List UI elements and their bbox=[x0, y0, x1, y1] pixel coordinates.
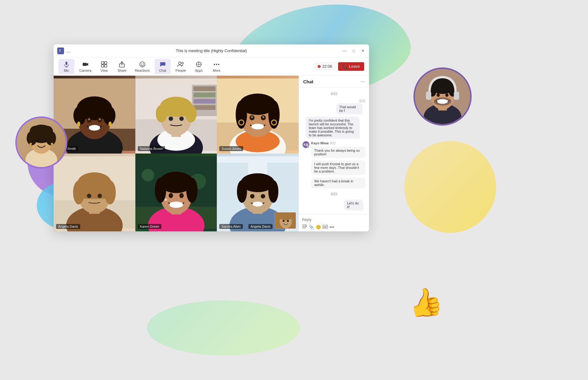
minimize-button[interactable]: — bbox=[342, 48, 347, 53]
kayo-status bbox=[307, 146, 309, 148]
toolbar-share[interactable]: Share bbox=[114, 59, 130, 74]
chat-format-icon[interactable] bbox=[302, 224, 307, 230]
float-avatar-right bbox=[413, 67, 472, 126]
timer-text: 22:06 bbox=[322, 64, 332, 69]
toolbar: Mic Camera View bbox=[54, 57, 369, 76]
svg-point-58 bbox=[99, 118, 101, 120]
chat-timestamp-2: 9/22 bbox=[303, 192, 365, 196]
svg-point-91 bbox=[262, 116, 264, 118]
close-button[interactable]: ✕ bbox=[360, 48, 365, 53]
svg-rect-103 bbox=[78, 183, 111, 199]
svg-point-6 bbox=[41, 126, 53, 136]
video-cell-5: Karen Green bbox=[135, 154, 217, 231]
svg-rect-32 bbox=[101, 65, 104, 67]
video-pip bbox=[275, 212, 296, 229]
svg-rect-65 bbox=[193, 86, 215, 91]
svg-point-36 bbox=[141, 63, 141, 64]
svg-point-78 bbox=[179, 116, 183, 121]
chat-messages: 9/22 9/22 That would be f I'm pretty con… bbox=[299, 88, 369, 214]
svg-point-21 bbox=[437, 93, 440, 97]
svg-point-8 bbox=[44, 139, 47, 142]
svg-point-22 bbox=[445, 93, 448, 97]
video-grid: Linda Smith bbox=[54, 76, 299, 231]
chat-more-tools-icon[interactable]: ••• bbox=[330, 225, 334, 230]
video-pip-name: Angela Davis bbox=[248, 224, 273, 229]
svg-point-119 bbox=[164, 198, 167, 201]
toolbar-apps[interactable]: Apps bbox=[191, 59, 207, 74]
svg-point-61 bbox=[108, 122, 111, 127]
kayo-name: Kayo Miwa bbox=[311, 141, 329, 145]
video-cell-6: Sandra Allen Angela Davis bbox=[217, 154, 299, 231]
chat-bubble-long: I'm pretty confident that this launch wi… bbox=[306, 117, 359, 139]
recording-indicator bbox=[318, 65, 321, 68]
svg-point-134 bbox=[253, 202, 263, 207]
svg-point-37 bbox=[143, 63, 143, 64]
chat-header: Chat ··· bbox=[299, 76, 369, 88]
svg-rect-68 bbox=[193, 105, 215, 110]
video-name-5: Karen Green bbox=[138, 224, 161, 229]
toolbar-chat[interactable]: Chat bbox=[155, 59, 171, 74]
chat-toolbar: 📎 🙂 GIF ••• bbox=[302, 224, 366, 230]
chat-attach-icon[interactable]: 📎 bbox=[309, 225, 314, 230]
leave-button[interactable]: 📞 Leave bbox=[338, 62, 364, 71]
toolbar-view[interactable]: View bbox=[96, 59, 112, 74]
maximize-button[interactable]: □ bbox=[351, 48, 356, 53]
apps-label: Apps bbox=[195, 69, 203, 72]
svg-rect-19 bbox=[426, 92, 431, 100]
svg-point-116 bbox=[168, 193, 173, 198]
video-name-4: Angela Davis bbox=[56, 224, 80, 229]
svg-point-5 bbox=[30, 126, 41, 136]
svg-point-105 bbox=[98, 194, 102, 198]
main-content: Linda Smith bbox=[54, 76, 369, 231]
chat-bubble-partial: That would be f bbox=[336, 103, 363, 114]
chat-reply-input[interactable] bbox=[302, 217, 366, 222]
chat-more-button[interactable]: ··· bbox=[361, 79, 365, 84]
kayo-avatar: KM bbox=[303, 141, 309, 148]
float-avatar-left bbox=[15, 116, 67, 169]
chat-message-self-long: I'm pretty confident that this launch wi… bbox=[306, 117, 365, 139]
svg-point-114 bbox=[155, 178, 166, 203]
share-icon bbox=[118, 61, 126, 68]
chat-message-self-partial: 9/22 That would be f bbox=[336, 99, 365, 114]
chat-timestamp-1: 9/22 bbox=[303, 92, 365, 96]
svg-point-35 bbox=[140, 62, 145, 67]
svg-text:T: T bbox=[59, 49, 61, 53]
toolbar-camera[interactable]: Camera bbox=[76, 59, 94, 74]
share-label: Share bbox=[117, 69, 126, 72]
svg-point-90 bbox=[251, 116, 253, 118]
chat-emoji-icon[interactable]: 🙂 bbox=[316, 225, 321, 230]
svg-rect-33 bbox=[104, 65, 107, 67]
kayo-message-container: KM Kayo Miwa 9/22 Thank you for always b… bbox=[303, 141, 365, 188]
svg-point-45 bbox=[218, 64, 219, 65]
kayo-messages: Kayo Miwa 9/22 Thank you for always bein… bbox=[311, 141, 365, 188]
thumbs-up-emoji: 👍 bbox=[406, 284, 445, 321]
blob-yellow-right bbox=[404, 141, 496, 233]
chat-title: Chat bbox=[303, 79, 313, 84]
svg-point-118 bbox=[169, 202, 183, 208]
toolbar-reactions[interactable]: Reactions bbox=[132, 59, 153, 74]
toolbar-people[interactable]: People bbox=[172, 59, 189, 74]
toolbar-more[interactable]: More bbox=[209, 59, 224, 74]
svg-rect-131 bbox=[244, 180, 272, 189]
window-title: This is meeting title (Highly Confidenti… bbox=[176, 48, 247, 53]
more-label: More bbox=[213, 69, 221, 72]
svg-point-9 bbox=[29, 143, 32, 145]
kayo-msg-1: Thank you for always being so positive! bbox=[311, 147, 365, 158]
svg-rect-30 bbox=[101, 62, 104, 64]
chat-gif-icon[interactable]: GIF bbox=[323, 225, 328, 230]
svg-point-43 bbox=[214, 64, 215, 65]
reactions-label: Reactions bbox=[135, 69, 150, 72]
more-icon bbox=[213, 61, 220, 68]
chat-message-lets-do-it: Let's do it! bbox=[344, 200, 365, 211]
camera-icon bbox=[82, 61, 89, 68]
apps-icon bbox=[195, 61, 202, 68]
titlebar-more[interactable]: ... bbox=[66, 48, 70, 54]
svg-text:GIF: GIF bbox=[323, 226, 327, 228]
video-name-6: Sandra Allen bbox=[219, 224, 243, 229]
svg-point-60 bbox=[77, 122, 80, 127]
svg-point-23 bbox=[437, 99, 448, 104]
svg-point-77 bbox=[168, 116, 173, 121]
toolbar-mic[interactable]: Mic bbox=[58, 59, 74, 74]
reactions-icon bbox=[139, 61, 146, 68]
svg-point-38 bbox=[179, 62, 181, 64]
